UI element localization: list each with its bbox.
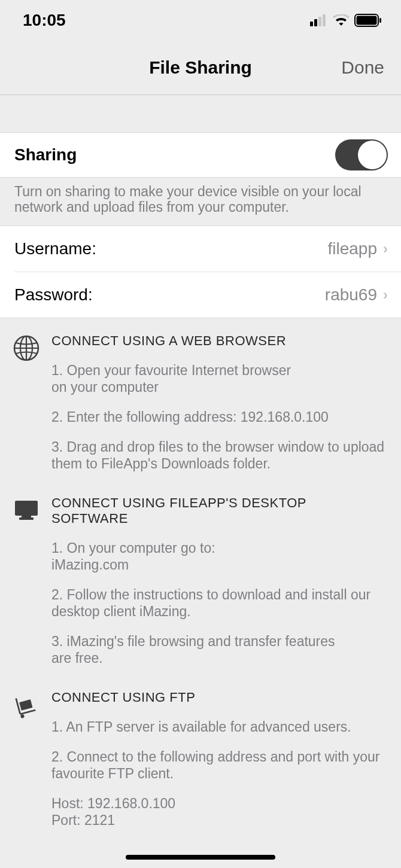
- password-value: rabu69: [325, 285, 377, 304]
- home-indicator[interactable]: [126, 855, 275, 860]
- section-gap: [0, 95, 401, 132]
- status-time: 10:05: [23, 11, 66, 30]
- monitor-icon: [13, 495, 40, 672]
- ftp-port: Port: 2121: [51, 812, 387, 829]
- done-button[interactable]: Done: [341, 57, 384, 78]
- username-label: Username:: [14, 239, 96, 258]
- instruction-step: 1. On your computer go to: iMazing.com: [51, 540, 231, 573]
- ftp-host: Host: 192.168.0.100: [51, 795, 387, 812]
- svg-rect-2: [318, 17, 321, 26]
- instruction-section-browser: CONNECT USING A WEB BROWSER 1. Open your…: [0, 318, 401, 480]
- sharing-row: Sharing: [0, 132, 401, 178]
- sharing-footer: Turn on sharing to make your device visi…: [0, 178, 401, 226]
- battery-icon: [354, 14, 382, 27]
- username-value: fileapp: [327, 239, 377, 258]
- username-row[interactable]: Username: fileapp ›: [0, 226, 401, 272]
- svg-line-16: [20, 710, 36, 714]
- cellular-icon: [310, 14, 328, 26]
- instruction-step: 1. An FTP server is available for advanc…: [51, 718, 387, 735]
- svg-rect-6: [379, 18, 381, 23]
- svg-rect-3: [323, 14, 326, 26]
- instruction-step: 3. Drag and drop files to the browser wi…: [51, 438, 387, 472]
- instruction-title: CONNECT USING FILEAPP'S DESKTOP SOFTWARE: [51, 495, 387, 526]
- instruction-step: 1. Open your favourite Internet browser …: [51, 362, 303, 395]
- instruction-step: 2. Enter the following address: 192.168.…: [51, 409, 387, 425]
- instruction-body: CONNECT USING A WEB BROWSER 1. Open your…: [51, 333, 387, 478]
- instruction-step: 3. iMazing's file browsing and transfer …: [51, 633, 339, 666]
- toggle-knob: [358, 141, 387, 169]
- svg-line-15: [16, 698, 20, 714]
- nav-bar: File Sharing Done: [0, 41, 401, 95]
- instruction-section-desktop: CONNECT USING FILEAPP'S DESKTOP SOFTWARE…: [0, 480, 401, 675]
- svg-rect-5: [357, 16, 377, 25]
- instruction-title: CONNECT USING FTP: [51, 690, 387, 705]
- username-value-wrap: fileapp ›: [327, 239, 388, 258]
- status-bar: 10:05: [0, 0, 401, 41]
- instruction-body: CONNECT USING FTP 1. An FTP server is av…: [51, 690, 387, 829]
- cart-icon: [13, 690, 40, 829]
- instruction-body: CONNECT USING FILEAPP'S DESKTOP SOFTWARE…: [51, 495, 387, 672]
- instruction-section-ftp: CONNECT USING FTP 1. An FTP server is av…: [0, 675, 401, 831]
- svg-rect-11: [15, 501, 38, 516]
- svg-rect-1: [314, 19, 317, 26]
- svg-rect-13: [19, 517, 34, 520]
- svg-rect-12: [22, 516, 31, 517]
- page-title: File Sharing: [149, 57, 252, 78]
- svg-rect-0: [310, 22, 313, 26]
- chevron-right-icon: ›: [383, 240, 388, 257]
- chevron-right-icon: ›: [383, 287, 388, 303]
- password-row[interactable]: Password: rabu69 ›: [0, 272, 401, 318]
- sharing-group: Sharing: [0, 132, 401, 178]
- wifi-icon: [333, 14, 350, 26]
- globe-icon: [13, 333, 40, 478]
- credentials-group: Username: fileapp › Password: rabu69 ›: [0, 226, 401, 318]
- instruction-step: 2. Connect to the following address and …: [51, 748, 387, 782]
- sharing-label: Sharing: [14, 145, 77, 165]
- instruction-step: 2. Follow the instructions to download a…: [51, 586, 387, 620]
- password-label: Password:: [14, 285, 93, 304]
- status-indicators: [310, 14, 382, 27]
- instruction-title: CONNECT USING A WEB BROWSER: [51, 333, 387, 349]
- svg-rect-14: [19, 699, 32, 711]
- sharing-toggle[interactable]: [335, 139, 388, 170]
- password-value-wrap: rabu69 ›: [325, 285, 388, 304]
